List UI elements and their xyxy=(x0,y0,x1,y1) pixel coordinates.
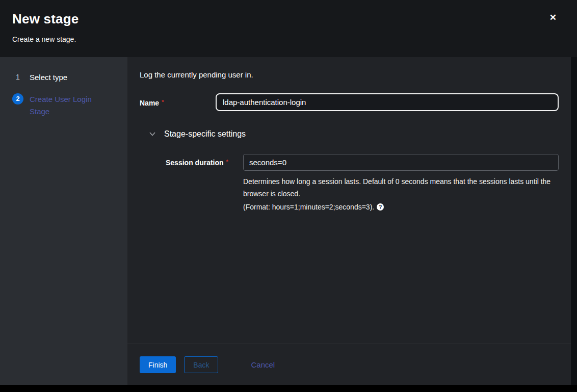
name-form-row: Name* xyxy=(140,93,559,111)
back-button[interactable]: Back xyxy=(184,356,218,373)
step-label: Select type xyxy=(30,71,67,84)
session-duration-label: Session duration* xyxy=(166,154,243,167)
stage-specific-settings-body: Session duration* Determines how long a … xyxy=(166,154,559,211)
stage-description: Log the currently pending user in. xyxy=(140,70,559,79)
wizard-step-create-user-login-stage[interactable]: 2 Create User Login Stage xyxy=(12,93,117,118)
finish-button[interactable]: Finish xyxy=(140,356,176,373)
close-icon: ✕ xyxy=(549,13,557,22)
wizard-step-select-type[interactable]: 1 Select type xyxy=(12,71,117,84)
session-duration-input[interactable] xyxy=(243,154,559,171)
question-circle-icon[interactable]: ? xyxy=(377,203,384,211)
scrollbar-track[interactable] xyxy=(571,57,577,385)
modal-title: New stage xyxy=(12,11,546,27)
wizard-step-nav: 1 Select type 2 Create User Login Stage xyxy=(0,57,127,385)
modal-header: New stage Create a new stage. ✕ xyxy=(0,0,577,57)
session-duration-format-hint: (Format: hours=1;minutes=2;seconds=3). ? xyxy=(243,203,559,211)
step-number-badge: 2 xyxy=(12,93,23,104)
session-duration-help-text: Determines how long a session lasts. Def… xyxy=(243,175,558,200)
new-stage-modal: New stage Create a new stage. ✕ 1 Select… xyxy=(0,0,577,385)
wizard-content: Log the currently pending user in. Name* xyxy=(127,57,571,344)
cancel-button[interactable]: Cancel xyxy=(251,356,275,373)
step-label: Create User Login Stage xyxy=(30,93,111,118)
modal-body: 1 Select type 2 Create User Login Stage … xyxy=(0,57,577,385)
group-title: Stage-specific settings xyxy=(164,129,246,139)
session-duration-form-row: Session duration* Determines how long a … xyxy=(166,154,559,211)
modal-subtitle: Create a new stage. xyxy=(12,35,546,43)
wizard-footer: Finish Back Cancel xyxy=(127,344,571,385)
chevron-down-icon xyxy=(149,130,156,138)
step-number: 1 xyxy=(12,71,23,83)
wizard-main: Log the currently pending user in. Name* xyxy=(127,57,571,385)
name-label: Name* xyxy=(140,98,216,107)
required-asterisk: * xyxy=(162,99,164,105)
required-asterisk: * xyxy=(226,159,228,165)
name-input[interactable] xyxy=(216,93,559,111)
close-button[interactable]: ✕ xyxy=(547,11,559,24)
stage-specific-settings-toggle[interactable]: Stage-specific settings xyxy=(149,129,559,139)
